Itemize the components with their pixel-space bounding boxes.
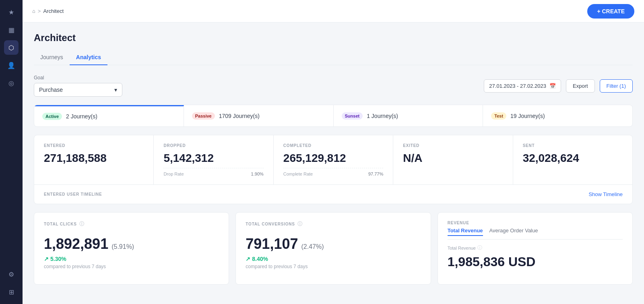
- settings-icon[interactable]: ⚙: [4, 267, 19, 281]
- filter-button[interactable]: Filter (1): [600, 79, 633, 93]
- total-clicks-pct: (5.91%): [111, 243, 134, 250]
- revenue-title: REVENUE: [448, 221, 623, 225]
- revenue-info-icon[interactable]: ⓘ: [477, 244, 482, 251]
- drop-rate-label: Drop Rate: [163, 172, 184, 176]
- revenue-sublabel-text: Total Revenue: [448, 246, 476, 250]
- revenue-tabs: Total Revenue Average Order Value: [448, 227, 623, 240]
- total-conversions-pct: (2.47%): [301, 243, 324, 250]
- total-conversions-metric: 791,107 (2.47%): [246, 236, 421, 252]
- breadcrumb-current: Architect: [43, 8, 64, 14]
- breadcrumb: ⌂ > Architect: [32, 8, 64, 14]
- complete-rate-value: 97.77%: [368, 172, 383, 176]
- badge-sunset: Sunset: [342, 112, 363, 120]
- controls-right: 27.01.2023 - 27.02.2023 📅 Export Filter …: [484, 79, 633, 93]
- status-card-active[interactable]: Active 2 Journey(s): [34, 105, 184, 126]
- status-cards-row: Active 2 Journey(s) Passive 1709 Journey…: [34, 105, 633, 127]
- grid-icon[interactable]: ⊞: [4, 285, 19, 299]
- star-icon[interactable]: ★: [4, 5, 19, 19]
- tabs-bar: Journeys Analytics: [34, 50, 633, 65]
- calendar-icon: 📅: [549, 83, 556, 89]
- status-card-passive[interactable]: Passive 1709 Journey(s): [184, 105, 334, 126]
- show-timeline-link[interactable]: Show Timeline: [588, 191, 623, 197]
- metric-dropped-sub: Drop Rate 1.90%: [163, 168, 263, 176]
- location-icon[interactable]: ◎: [4, 76, 19, 90]
- timeline-section: ENTERED USER TIMELINE Show Timeline: [34, 185, 632, 204]
- home-icon[interactable]: ⌂: [32, 8, 35, 14]
- badge-passive: Passive: [192, 112, 215, 120]
- metric-entered-value: 271,188,588: [44, 152, 144, 165]
- breadcrumb-separator: >: [38, 8, 41, 14]
- revenue-sublabel: Total Revenue ⓘ: [448, 244, 623, 251]
- metric-sent-label: SENT: [523, 143, 623, 148]
- goal-label: Goal: [34, 75, 122, 81]
- total-clicks-card: TOTAL CLICKS ⓘ 1,892,891 (5.91%) ↗ 5.30%…: [34, 212, 229, 285]
- users-icon[interactable]: 👤: [4, 58, 19, 72]
- goal-select[interactable]: Purchase ▾: [34, 83, 122, 97]
- total-conversions-trend: ↗ 8.40%: [246, 256, 421, 262]
- metric-completed-sub: Complete Rate 97.77%: [283, 168, 383, 176]
- total-clicks-value: 1,892,891: [44, 236, 108, 252]
- goal-selector-group: Goal Purchase ▾: [34, 75, 122, 97]
- create-button[interactable]: + CREATE: [587, 4, 634, 19]
- drop-rate-value: 1.90%: [251, 172, 264, 176]
- metrics-card: ENTERED 271,188,588 DROPPED 5,142,312 Dr…: [34, 135, 633, 204]
- topbar: ⌂ > Architect + CREATE: [23, 0, 644, 23]
- total-conversions-value: 791,107: [246, 236, 298, 252]
- export-button[interactable]: Export: [566, 79, 595, 93]
- trend-up-icon: ↗: [44, 256, 49, 262]
- total-conversions-trend-value: 8.40%: [252, 256, 268, 262]
- sunset-journey-count: 1 Journey(s): [367, 113, 398, 119]
- total-clicks-metric: 1,892,891 (5.91%): [44, 236, 219, 252]
- timeline-label: ENTERED USER TIMELINE: [44, 192, 102, 196]
- metric-dropped-value: 5,142,312: [163, 152, 263, 165]
- main-content: ⌂ > Architect + CREATE Architect Journey…: [23, 0, 644, 304]
- status-card-test[interactable]: Test 19 Journey(s): [483, 105, 632, 126]
- metric-exited-value: N/A: [403, 152, 503, 165]
- tab-journeys[interactable]: Journeys: [34, 50, 70, 65]
- goal-value: Purchase: [39, 87, 63, 93]
- trend-up-icon-2: ↗: [246, 256, 250, 262]
- total-clicks-trend-value: 5.30%: [50, 256, 66, 262]
- active-journey-count: 2 Journey(s): [66, 113, 97, 120]
- passive-journey-count: 1709 Journey(s): [219, 113, 260, 119]
- metric-exited-label: EXITED: [403, 143, 503, 148]
- page-title: Architect: [34, 32, 633, 43]
- complete-rate-label: Complete Rate: [283, 172, 313, 176]
- revenue-value: 1,985,836 USD: [448, 254, 623, 269]
- tab-analytics[interactable]: Analytics: [70, 50, 107, 65]
- status-card-sunset[interactable]: Sunset 1 Journey(s): [334, 105, 483, 126]
- revenue-card: REVENUE Total Revenue Average Order Valu…: [438, 212, 633, 285]
- analytics-icon[interactable]: ▦: [4, 23, 19, 37]
- badge-active: Active: [42, 113, 62, 120]
- metric-completed-value: 265,129,812: [283, 152, 383, 165]
- bottom-cards-row: TOTAL CLICKS ⓘ 1,892,891 (5.91%) ↗ 5.30%…: [34, 212, 633, 285]
- total-conversions-card: TOTAL CONVERSIONS ⓘ 791,107 (2.47%) ↗ 8.…: [235, 212, 431, 285]
- total-conversions-info-icon[interactable]: ⓘ: [297, 221, 303, 227]
- page-content: Architect Journeys Analytics Goal Purcha…: [23, 23, 644, 304]
- metrics-row: ENTERED 271,188,588 DROPPED 5,142,312 Dr…: [34, 135, 632, 185]
- metric-sent-value: 32,028,624: [523, 152, 623, 165]
- total-clicks-trend: ↗ 5.30%: [44, 256, 219, 262]
- controls-row: Goal Purchase ▾ 27.01.2023 - 27.02.2023 …: [34, 75, 633, 97]
- total-conversions-label: TOTAL CONVERSIONS: [246, 222, 295, 226]
- test-journey-count: 19 Journey(s): [510, 113, 545, 119]
- metric-exited: EXITED N/A: [393, 135, 513, 184]
- revenue-label: REVENUE: [448, 221, 469, 225]
- metric-completed-label: COMPLETED: [283, 143, 383, 148]
- total-clicks-label: TOTAL CLICKS: [44, 222, 77, 226]
- total-clicks-title: TOTAL CLICKS ⓘ: [44, 221, 219, 227]
- date-range-value: 27.01.2023 - 27.02.2023: [489, 83, 546, 89]
- date-range-picker[interactable]: 27.01.2023 - 27.02.2023 📅: [484, 79, 561, 93]
- total-clicks-info-icon[interactable]: ⓘ: [79, 221, 85, 227]
- tab-aov[interactable]: Average Order Value: [489, 227, 538, 236]
- metric-completed: COMPLETED 265,129,812 Complete Rate 97.7…: [274, 135, 393, 184]
- metric-dropped-label: DROPPED: [163, 143, 263, 148]
- total-conversions-title: TOTAL CONVERSIONS ⓘ: [246, 221, 421, 227]
- journeys-icon[interactable]: ⬡: [4, 40, 19, 55]
- metric-sent: SENT 32,028,624: [513, 135, 632, 184]
- tab-total-revenue[interactable]: Total Revenue: [448, 227, 483, 236]
- total-conversions-trend-label: compared to previous 7 days: [246, 264, 421, 269]
- metric-dropped: DROPPED 5,142,312 Drop Rate 1.90%: [154, 135, 273, 184]
- total-clicks-trend-label: compared to previous 7 days: [44, 264, 219, 269]
- badge-test: Test: [491, 112, 506, 120]
